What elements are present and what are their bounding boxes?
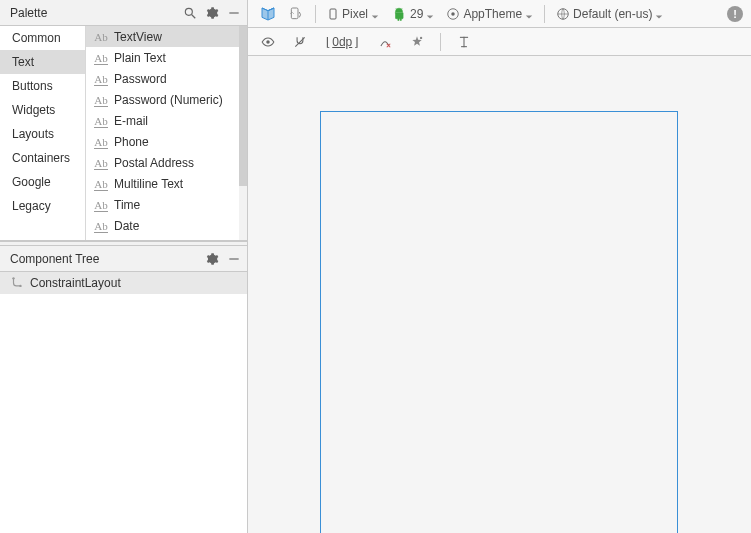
text-widget-icon: Ab (94, 135, 108, 149)
chevron-down-icon (371, 10, 379, 18)
palette-category-widgets[interactable]: Widgets (0, 98, 85, 122)
palette-category-layouts[interactable]: Layouts (0, 122, 85, 146)
minimize-icon[interactable] (227, 6, 241, 20)
palette-item-label: E-mail (114, 114, 148, 128)
scrollbar-thumb[interactable] (239, 26, 247, 186)
infer-constraints-button[interactable] (405, 31, 429, 53)
text-widget-icon: Ab (94, 198, 108, 212)
minimize-icon[interactable] (227, 252, 241, 266)
palette-title: Palette (10, 6, 183, 20)
palette-item-label: Password (Numeric) (114, 93, 223, 107)
theme-label: AppTheme (463, 7, 522, 21)
chevron-down-icon (426, 10, 434, 18)
palette-items: AbTextViewAbPlain TextAbPasswordAbPasswo… (86, 26, 247, 240)
autoconnect-button[interactable] (288, 31, 312, 53)
text-widget-icon: Ab (94, 177, 108, 191)
search-icon[interactable] (183, 6, 197, 20)
device-frame[interactable] (320, 111, 678, 533)
orientation-button[interactable] (284, 3, 308, 25)
android-icon (391, 7, 407, 21)
bracket-left: ⌊ (324, 35, 331, 49)
svg-point-9 (452, 12, 456, 16)
palette-item[interactable]: AbPostal Address (86, 152, 247, 173)
design-canvas[interactable] (248, 56, 751, 533)
palette-category-buttons[interactable]: Buttons (0, 74, 85, 98)
palette-scrollbar[interactable] (239, 26, 247, 240)
palette-item-label: Date (114, 219, 139, 233)
toolbar-separator (544, 5, 545, 23)
svg-rect-6 (291, 8, 298, 19)
palette-item-label: Password (114, 72, 167, 86)
locale-selector[interactable]: Default (en-us) (552, 3, 667, 25)
text-widget-icon: Ab (94, 156, 108, 170)
palette-category-legacy[interactable]: Legacy (0, 194, 85, 218)
svg-rect-2 (229, 12, 238, 13)
palette-item[interactable]: AbPassword (Numeric) (86, 89, 247, 110)
text-widget-icon: Ab (94, 51, 108, 65)
toolbar-separator (440, 33, 441, 51)
toolbar-separator (315, 5, 316, 23)
svg-point-12 (419, 36, 421, 38)
palette-categories: CommonTextButtonsWidgetsLayoutsContainer… (0, 26, 86, 240)
palette-header: Palette (0, 0, 247, 26)
palette-item-label: Plain Text (114, 51, 166, 65)
bracket-right: ⌋ (353, 35, 360, 49)
constraint-toolbar: ⌊ 0dp ⌋ (248, 28, 751, 56)
palette-item-label: Phone (114, 135, 149, 149)
palette-item-label: TextView (114, 30, 162, 44)
guidelines-button[interactable] (452, 31, 476, 53)
palette-category-containers[interactable]: Containers (0, 146, 85, 170)
svg-point-11 (266, 40, 270, 44)
svg-rect-7 (330, 9, 336, 19)
palette-body: CommonTextButtonsWidgetsLayoutsContainer… (0, 26, 247, 241)
svg-rect-3 (229, 258, 238, 259)
palette-item[interactable]: AbPhone (86, 131, 247, 152)
api-level-label: 29 (410, 7, 423, 21)
view-options-button[interactable] (256, 31, 280, 53)
constraint-layout-icon (10, 276, 24, 290)
locale-label: Default (en-us) (573, 7, 652, 21)
tree-root-row[interactable]: ConstraintLayout (0, 272, 247, 294)
svg-point-5 (19, 285, 21, 287)
device-selector[interactable]: Pixel (323, 3, 383, 25)
chevron-down-icon (655, 10, 663, 18)
design-toolbar: Pixel 29 AppTheme Default (en-us) ! (248, 0, 751, 28)
text-widget-icon: Ab (94, 93, 108, 107)
text-widget-icon: Ab (94, 219, 108, 233)
text-widget-icon: Ab (94, 114, 108, 128)
margin-value: 0dp (331, 35, 353, 49)
text-widget-icon: Ab (94, 72, 108, 86)
default-margin-button[interactable]: ⌊ 0dp ⌋ (320, 31, 365, 53)
gear-icon[interactable] (205, 6, 219, 20)
palette-category-google[interactable]: Google (0, 170, 85, 194)
svg-point-4 (12, 277, 14, 279)
palette-item[interactable]: AbPlain Text (86, 47, 247, 68)
gear-icon[interactable] (205, 252, 219, 266)
component-tree-body: ConstraintLayout (0, 272, 247, 533)
palette-item[interactable]: AbE-mail (86, 110, 247, 131)
palette-item-label: Postal Address (114, 156, 194, 170)
palette-item[interactable]: AbDate (86, 215, 247, 236)
palette-item-label: Multiline Text (114, 177, 183, 191)
chevron-down-icon (525, 10, 533, 18)
device-label: Pixel (342, 7, 368, 21)
svg-point-0 (185, 8, 192, 15)
component-tree-header: Component Tree (0, 246, 247, 272)
palette-item-label: Time (114, 198, 140, 212)
palette-category-common[interactable]: Common (0, 26, 85, 50)
theme-selector[interactable]: AppTheme (442, 3, 537, 25)
palette-item[interactable]: AbPassword (86, 68, 247, 89)
clear-constraints-button[interactable] (373, 31, 397, 53)
design-surface-button[interactable] (256, 3, 280, 25)
palette-item[interactable]: AbMultiline Text (86, 173, 247, 194)
palette-item[interactable]: AbTime (86, 194, 247, 215)
svg-line-1 (192, 14, 196, 18)
palette-item[interactable]: AbTextView (86, 26, 247, 47)
component-tree-title: Component Tree (10, 252, 205, 266)
palette-category-text[interactable]: Text (0, 50, 85, 74)
tree-root-label: ConstraintLayout (30, 276, 121, 290)
text-widget-icon: Ab (94, 30, 108, 44)
api-selector[interactable]: 29 (387, 3, 438, 25)
warnings-icon[interactable]: ! (727, 6, 743, 22)
